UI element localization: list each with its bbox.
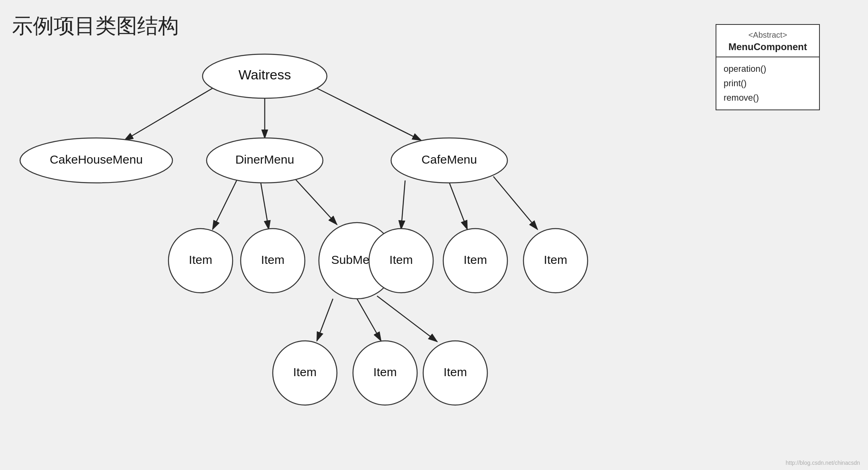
item2-label: Item <box>261 253 284 266</box>
item1-label: Item <box>189 253 212 266</box>
watermark: http://blog.csdn.net/chinacsdn <box>786 460 860 466</box>
line-cafemenu-item3 <box>401 180 405 229</box>
item7-label: Item <box>373 365 397 379</box>
dinermenu-label: DinerMenu <box>235 153 294 166</box>
item8-label: Item <box>444 365 467 379</box>
item4-label: Item <box>464 253 487 266</box>
line-submenu-item6 <box>317 299 333 341</box>
cakehouse-label: CakeHouseMenu <box>50 153 143 166</box>
line-waitress-cakehouse <box>124 88 213 140</box>
line-cafemenu-item5 <box>493 176 537 229</box>
line-dinermenu-item1 <box>213 180 237 229</box>
line-submenu-item7 <box>357 299 381 341</box>
item5-label: Item <box>544 253 567 266</box>
cafemenu-label: CafeMenu <box>422 153 477 166</box>
line-submenu-item8 <box>377 296 437 342</box>
line-dinermenu-item2 <box>261 182 269 229</box>
line-waitress-cafemenu <box>317 88 421 140</box>
line-cafemenu-item4 <box>449 182 467 229</box>
class-diagram: Waitress CakeHouseMenu DinerMenu CafeMen… <box>0 0 868 470</box>
waitress-label: Waitress <box>239 67 291 82</box>
line-dinermenu-submenu <box>293 176 337 225</box>
item3-label: Item <box>389 253 413 266</box>
item6-label: Item <box>293 365 316 379</box>
